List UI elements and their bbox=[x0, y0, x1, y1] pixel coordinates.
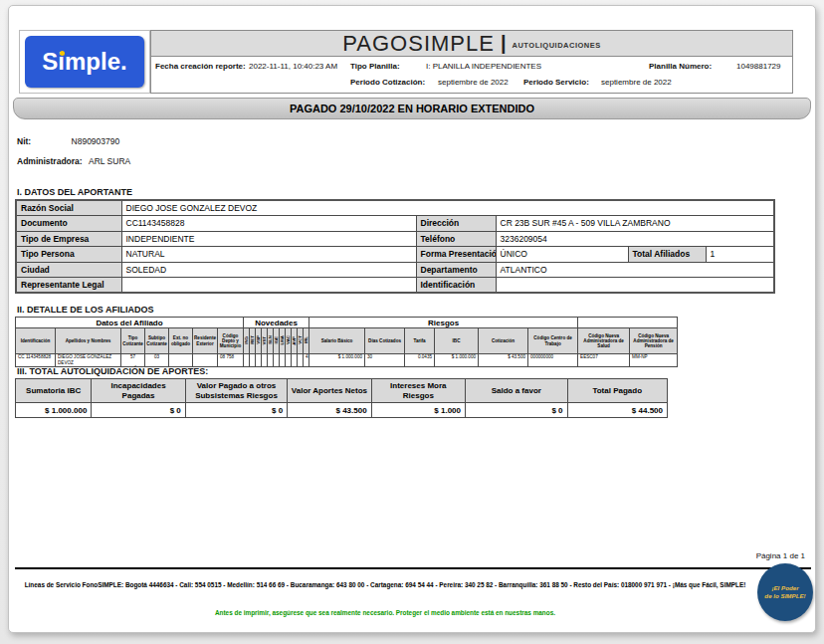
fecha-creacion-value: 2022-11-11, 10:40:23 AM bbox=[249, 62, 337, 71]
report-header: PAGOSIMPLE | AUTOLIQUIDACIONES Fecha cre… bbox=[150, 30, 793, 94]
cell-dias-cotizados: 30 bbox=[365, 354, 405, 367]
report-title: PAGOSIMPLE bbox=[342, 31, 495, 57]
report-page: Simple. PAGOSIMPLE | AUTOLIQUIDACIONES F… bbox=[8, 5, 816, 633]
cell-valor-otros-subsistemas: $ 0 bbox=[185, 403, 287, 418]
total-afiliados-value: 1 bbox=[706, 247, 774, 263]
col-dias-cotizados: Días Cotizados bbox=[365, 328, 405, 354]
simple-power-badge: ¡El Poder de lo SIMPLE! bbox=[757, 563, 813, 621]
group-novedades: Novedades bbox=[244, 318, 309, 328]
badge-line1: ¡El Poder bbox=[771, 584, 798, 592]
representante-value bbox=[121, 278, 416, 294]
periodo-cotizacion-label: Periodo Cotización: bbox=[350, 78, 425, 87]
direccion-value: CR 23B SUR #45 A - 509 VILLA ZAMBRANO bbox=[496, 216, 774, 232]
cell-cod-adm-salud: EESC07 bbox=[578, 354, 630, 367]
report-title-bar: PAGOSIMPLE | AUTOLIQUIDACIONES bbox=[151, 31, 792, 57]
col-tipo-cotizante: Tipo Cotizante bbox=[121, 328, 145, 354]
eco-message: Antes de imprimir, asegúrese que sea rea… bbox=[15, 609, 755, 616]
table-row: Tipo Persona NATURAL Forma Presentación … bbox=[16, 247, 774, 263]
cell-cod-depto-municipio: 08 758 bbox=[218, 354, 244, 367]
section2-heading: II. DETALLE DE LOS AFILIADOS bbox=[17, 305, 154, 315]
col-intereses-mora: Intereses Mora Riesgos bbox=[371, 379, 465, 403]
col-apellidos-nombres: Apellidos y Nombres bbox=[56, 328, 121, 354]
table-row: Representante Legal Identificación bbox=[16, 278, 774, 294]
ciudad-value: SOLEDAD bbox=[121, 262, 416, 278]
tipo-planilla-label: Tipo Planilla: bbox=[350, 62, 400, 71]
total-afiliados-label: Total Afiliados bbox=[628, 247, 706, 263]
periodo-cotizacion-value: septiembre de 2022 bbox=[438, 78, 509, 87]
col-cotizacion: Cotización bbox=[479, 328, 528, 354]
razon-social-value: DIEGO JOSE GONZALEZ DEVOZ bbox=[121, 200, 774, 216]
col-ext-no-obligado: Ext. no obligado bbox=[169, 328, 193, 354]
nit-row: Nit: N890903790 bbox=[17, 136, 119, 146]
col-cod-adm-pension: Código Nueva Administradora de Pensión bbox=[630, 328, 678, 354]
logo-container: Simple. bbox=[19, 30, 150, 94]
identificacion-value bbox=[496, 278, 774, 294]
col-total-pagado: Total Pagado bbox=[567, 379, 668, 403]
col-residente-exterior: Residente Exterior bbox=[193, 328, 218, 354]
cell-incapacidades-pagadas: $ 0 bbox=[92, 403, 185, 418]
direccion-label: Dirección bbox=[416, 216, 496, 232]
footer-divider bbox=[15, 567, 811, 569]
group-riesgos: Riesgos bbox=[309, 318, 578, 328]
cell-ext-no-obligado bbox=[169, 354, 193, 367]
telefono-value: 3236209054 bbox=[496, 231, 774, 247]
col-ibc: IBC bbox=[435, 328, 479, 354]
payment-status-text: PAGADO 29/10/2022 EN HORARIO EXTENDIDO bbox=[290, 103, 534, 114]
column-header-row: Identificación Apellidos y Nombres Tipo … bbox=[16, 328, 678, 354]
tipo-persona-label: Tipo Persona bbox=[16, 247, 121, 263]
cell-identificacion: CC 1143458828 bbox=[16, 354, 56, 367]
forma-presentacion-label: Forma Presentación bbox=[416, 247, 496, 263]
col-sumatoria-ibc: Sumatoria IBC bbox=[16, 379, 92, 403]
section1-heading: I. DATOS DEL APORTANTE bbox=[17, 187, 132, 197]
afiliado-row: CC 1143458828 DIEGO JOSE GONZALEZ DEVOZ … bbox=[16, 354, 678, 367]
aportante-table: Razón Social DIEGO JOSE GONZALEZ DEVOZ D… bbox=[15, 199, 775, 294]
cell-subtipo-cotizante: 03 bbox=[145, 354, 169, 367]
section3-heading: III. TOTAL AUTOLIQUIDACIÓN DE APORTES: bbox=[17, 366, 208, 376]
periodo-servicio-label: Periodo Servicio: bbox=[523, 78, 589, 87]
administradora-label: Administradora: bbox=[17, 156, 83, 166]
totales-table: Sumatoria IBC Incapacidades Pagadas Valo… bbox=[15, 378, 668, 418]
nit-value: N890903790 bbox=[72, 136, 120, 146]
departamento-label: Departamento bbox=[416, 262, 496, 278]
col-salario-basico: Salario Básico bbox=[309, 328, 365, 354]
col-tarifa: Tarifa bbox=[405, 328, 435, 354]
col-subtipo-cotizante: Subtipo Cotizante bbox=[145, 328, 169, 354]
col-valor-aportes-netos: Valor Aportes Netos bbox=[288, 379, 371, 403]
planilla-numero-label: Planilla Número: bbox=[649, 62, 712, 71]
razon-social-label: Razón Social bbox=[16, 200, 121, 216]
payment-status-bar: PAGADO 29/10/2022 EN HORARIO EXTENDIDO bbox=[13, 98, 811, 119]
cell-valor-aportes-netos: $ 43.500 bbox=[288, 403, 371, 418]
service-lines-text: Líneas de Servicio FonoSIMPLE: Bogotá 44… bbox=[15, 581, 755, 589]
viewer-background: Simple. PAGOSIMPLE | AUTOLIQUIDACIONES F… bbox=[0, 0, 824, 644]
badge-line2: de lo SIMPLE! bbox=[764, 592, 805, 600]
cell-tarifa: 0.0435 bbox=[405, 354, 435, 367]
tipo-planilla-value: I: PLANILLA INDEPENDIENTES bbox=[426, 62, 541, 71]
administradora-row: Administradora: ARL SURA bbox=[17, 156, 130, 166]
col-saldo-favor: Saldo a favor bbox=[466, 379, 567, 403]
representante-label: Representante Legal bbox=[16, 278, 121, 294]
cell-cotizacion: $ 43.500 bbox=[479, 354, 528, 367]
cell-cod-adm-pension: MM-NP bbox=[630, 354, 678, 367]
planilla-numero-value: 1049881729 bbox=[736, 62, 781, 71]
cell-cod-centro-trabajo: 000000000 bbox=[528, 354, 578, 367]
col-cod-depto-municipio: Código Depto y Municipio bbox=[218, 328, 244, 354]
cell-tipo-cotizante: 57 bbox=[121, 354, 145, 367]
col-incapacidades-pagadas: Incapacidades Pagadas bbox=[92, 379, 185, 403]
cell-total-pagado: $ 44.500 bbox=[567, 403, 668, 418]
table-row: Razón Social DIEGO JOSE GONZALEZ DEVOZ bbox=[16, 200, 774, 216]
tipo-persona-value: NATURAL bbox=[121, 247, 416, 263]
col-cod-adm-salud: Código Nueva Administradora de Salud bbox=[578, 328, 630, 354]
tipo-empresa-value: INDEPENDIENTE bbox=[121, 231, 416, 247]
documento-label: Documento bbox=[16, 216, 121, 232]
simple-logo-text: Simple. bbox=[42, 48, 126, 76]
cell-saldo-favor: $ 0 bbox=[466, 403, 567, 418]
col-cod-centro-trabajo: Código Centro de Trabajo bbox=[528, 328, 578, 354]
cell-residente-exterior bbox=[193, 354, 218, 367]
logo-i-dot-icon bbox=[60, 51, 65, 56]
identificacion-label: Identificación bbox=[416, 278, 496, 294]
table-row: Documento CC1143458828 Dirección CR 23B … bbox=[16, 216, 774, 232]
group-datos-afiliado: Datos del Afiliado bbox=[16, 318, 244, 328]
table-row: Tipo de Empresa INDEPENDIENTE Teléfono 3… bbox=[16, 231, 774, 247]
cell-nombres: DIEGO JOSE GONZALEZ DEVOZ bbox=[56, 354, 121, 367]
fecha-creacion-label: Fecha creación reporte: bbox=[155, 62, 246, 71]
